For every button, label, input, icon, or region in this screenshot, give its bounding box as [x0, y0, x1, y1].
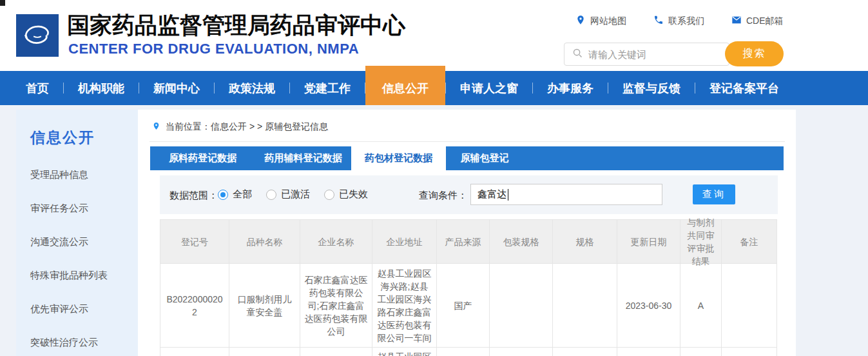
- cell-spec: [553, 264, 617, 348]
- screen-corner-artifact: [0, 0, 5, 6]
- cell-company-address: 赵县工业园区海兴路;赵县工业园区海兴路石家庄鑫富达医药包装有限公司一车间: [372, 264, 437, 348]
- col-header-spec: 规格: [553, 220, 617, 264]
- nav-item-information-disclosure[interactable]: 信息公开: [365, 66, 445, 105]
- mail-icon: [731, 15, 742, 27]
- col-header-update-date: 更新日期: [617, 220, 680, 264]
- sidebar-item-breakthrough-therapy[interactable]: 突破性治疗公示: [30, 337, 139, 349]
- contact-link-label: 联系我们: [668, 15, 704, 27]
- main-nav: 首页 机构职能 新闻中心 政策法规 党建工作 信息公开 申请人之窗 办事服务 监…: [0, 71, 868, 105]
- cell-joint-review-result: [680, 348, 722, 356]
- cell-company-address: 赵县工业园区: [372, 348, 437, 356]
- sitemap-link[interactable]: 网站地图: [575, 15, 626, 27]
- text-caret: [508, 189, 508, 201]
- cde-logo[interactable]: [16, 14, 59, 57]
- cell-registration-no: [160, 348, 229, 356]
- nav-item-services[interactable]: 办事服务: [533, 71, 608, 105]
- nav-item-home[interactable]: 首页: [12, 71, 63, 105]
- cell-remarks: [722, 348, 777, 356]
- nav-item-news[interactable]: 新闻中心: [139, 71, 214, 105]
- cell-update-date: [617, 348, 680, 356]
- radio-activated[interactable]: [266, 190, 276, 200]
- table-header-row: 登记号 品种名称 企业名称 企业地址 产品来源 包装规格 规格 更新日期 与制剂…: [160, 220, 777, 264]
- cell-packaging-spec: [490, 264, 553, 348]
- radio-all[interactable]: [218, 190, 228, 200]
- col-header-company-name: 企业名称: [300, 220, 372, 264]
- cell-product-source: [437, 348, 490, 356]
- site-subtitle: CENTER FOR DRUG EVALUATION, NMPA: [68, 41, 359, 57]
- tab-excipient-registration-data[interactable]: 药用辅料登记数据: [255, 146, 351, 170]
- cell-spec: [553, 348, 617, 356]
- site-header: 国家药品监督管理局药品审评中心 CENTER FOR DRUG EVALUATI…: [0, 0, 868, 71]
- phone-icon: [653, 15, 664, 27]
- tab-yfb-registration[interactable]: 原辅包登记: [446, 146, 523, 170]
- radio-expired-label: 已失效: [339, 188, 368, 201]
- nav-item-registration-platform[interactable]: 登记备案平台: [695, 71, 793, 105]
- radio-expired[interactable]: [324, 190, 334, 200]
- table-row: B20220000202 口服制剂用儿童安全盖 石家庄鑫富达医药包装有限公司;石…: [160, 264, 777, 348]
- col-header-company-address: 企业地址: [372, 220, 437, 264]
- col-header-variety-name: 品种名称: [229, 220, 300, 264]
- col-header-registration-no: 登记号: [160, 220, 229, 264]
- radio-option-all[interactable]: 全部: [218, 188, 252, 201]
- sitemap-link-label: 网站地图: [590, 15, 626, 27]
- query-button[interactable]: 查询: [693, 184, 735, 204]
- radio-option-expired[interactable]: 已失效: [324, 188, 368, 201]
- query-input-value: 鑫富达: [477, 188, 506, 201]
- tab-api-registration-data[interactable]: 原料药登记数据: [150, 146, 255, 170]
- tab-bar: 原料药登记数据 药用辅料登记数据 药包材登记数据 原辅包登记: [150, 146, 784, 170]
- cell-variety-name: [229, 348, 300, 356]
- col-header-joint-review-result: 与制剂共同审评审批结果: [680, 220, 722, 264]
- cell-registration-no: B20220000202: [160, 264, 229, 348]
- site-search-input[interactable]: [588, 49, 685, 60]
- site-search-box[interactable]: [564, 43, 729, 66]
- cell-packaging-spec: [490, 348, 553, 356]
- cell-remarks: [722, 264, 777, 348]
- cde-swoosh-icon: [20, 17, 55, 54]
- query-input[interactable]: 鑫富达: [470, 184, 662, 205]
- nav-item-applicant-window[interactable]: 申请人之窗: [446, 71, 532, 105]
- search-icon: [572, 48, 583, 61]
- nav-item-supervision-feedback[interactable]: 监督与反馈: [608, 71, 695, 105]
- breadcrumb-divider: [149, 141, 785, 142]
- filter-bar: 数据范围： 全部 已激活 已失效 查询条件： 鑫富达 查询: [160, 175, 778, 214]
- sidebar-item-communication[interactable]: 沟通交流公示: [30, 236, 139, 248]
- sidebar-item-review-tasks[interactable]: 审评任务公示: [30, 203, 139, 215]
- radio-all-label: 全部: [233, 188, 252, 201]
- cell-product-source: 国产: [437, 264, 490, 348]
- sidebar-title: 信息公开: [30, 128, 139, 148]
- radio-activated-label: 已激活: [281, 188, 310, 201]
- site-search-button[interactable]: 搜索: [725, 41, 784, 66]
- cell-update-date: 2023-06-30: [617, 264, 680, 348]
- tab-packaging-registration-data[interactable]: 药包材登记数据: [351, 146, 446, 170]
- col-header-packaging-spec: 包装规格: [490, 220, 553, 264]
- table-row-partial: 赵县工业园区: [160, 348, 777, 356]
- nav-item-party-building[interactable]: 党建工作: [290, 71, 365, 105]
- col-header-remarks: 备注: [722, 220, 777, 264]
- breadcrumb-label: 当前位置：信息公开 > > 原辅包登记信息: [166, 121, 328, 133]
- col-header-product-source: 产品来源: [437, 220, 490, 264]
- sidebar-item-priority-review[interactable]: 优先审评公示: [30, 303, 139, 315]
- nav-item-policies[interactable]: 政策法规: [215, 71, 289, 105]
- nav-item-functions[interactable]: 机构职能: [64, 71, 139, 105]
- site-title: 国家药品监督管理局药品审评中心: [67, 10, 405, 41]
- cell-company-name: [300, 348, 372, 356]
- registration-table: 登记号 品种名称 企业名称 企业地址 产品来源 包装规格 规格 更新日期 与制剂…: [160, 219, 777, 356]
- radio-option-activated[interactable]: 已激活: [266, 188, 310, 201]
- location-pin-icon: [575, 15, 586, 27]
- sidebar: 信息公开 受理品种信息 审评任务公示 沟通交流公示 特殊审批品种列表 优先审评公…: [16, 110, 139, 356]
- location-pin-icon: [152, 121, 160, 134]
- cell-variety-name: 口服制剂用儿童安全盖: [229, 264, 300, 348]
- sidebar-item-accepted-varieties[interactable]: 受理品种信息: [30, 169, 139, 181]
- cell-joint-review-result: A: [680, 264, 722, 348]
- sidebar-item-special-approval-list[interactable]: 特殊审批品种列表: [30, 270, 139, 282]
- breadcrumb[interactable]: 当前位置：信息公开 > > 原辅包登记信息: [152, 121, 328, 134]
- cell-company-name: 石家庄鑫富达医药包装有限公司;石家庄鑫富达医药包装有限公司: [300, 264, 372, 348]
- header-quick-links: 网站地图 联系我们 CDE邮箱: [575, 15, 784, 27]
- cde-mail-link[interactable]: CDE邮箱: [731, 15, 784, 27]
- data-scope-label: 数据范围：: [169, 190, 218, 202]
- main-content: 当前位置：信息公开 > > 原辅包登记信息 原料药登记数据 药用辅料登记数据 药…: [138, 110, 796, 356]
- contact-link[interactable]: 联系我们: [653, 15, 704, 27]
- query-condition-label: 查询条件：: [419, 190, 467, 202]
- cde-mail-link-label: CDE邮箱: [746, 15, 784, 27]
